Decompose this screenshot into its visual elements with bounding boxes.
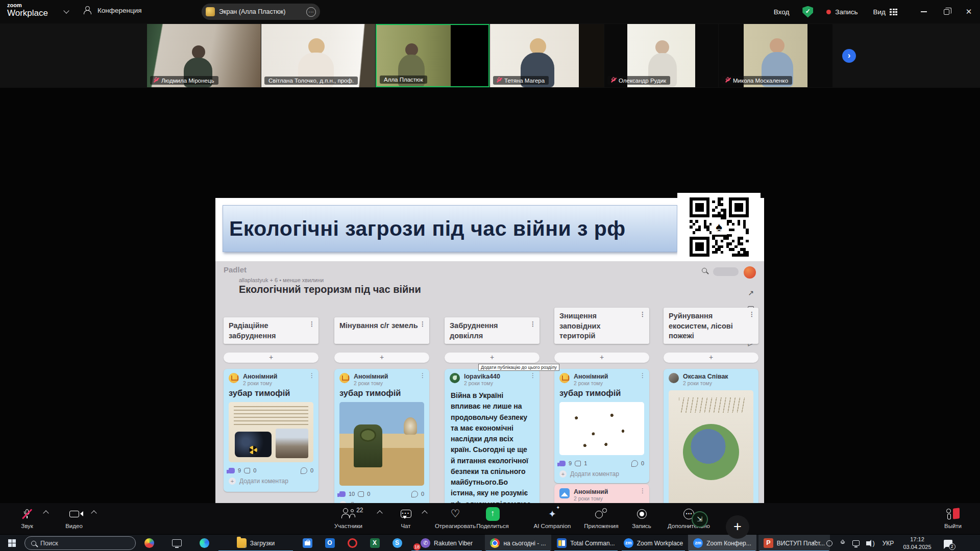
anonymous-avatar-icon xyxy=(229,373,239,383)
taskbar-window-zoom-meeting[interactable]: zm Zoom Конфер... xyxy=(688,535,756,551)
add-post-button: + xyxy=(224,353,318,363)
participant-name: Людмила Міронець xyxy=(161,78,214,84)
news-window-label: на сьогодні - ... xyxy=(503,540,546,547)
tab-meeting[interactable]: Конференция xyxy=(83,6,142,14)
taskbar-app-opera[interactable] xyxy=(342,535,362,551)
share-screen-button[interactable]: Поделиться xyxy=(467,507,518,529)
participant-name-badge: Тетяна Магера xyxy=(493,76,549,85)
comment-count: 0 xyxy=(641,460,644,466)
muted-mic-icon xyxy=(24,509,30,519)
taskbar-search[interactable]: Поиск xyxy=(24,536,136,550)
taskbar-app-skype[interactable]: S xyxy=(387,535,407,551)
search-pill xyxy=(713,267,739,276)
language-indicator[interactable]: УКР xyxy=(879,535,897,551)
comment-icon xyxy=(301,467,307,474)
add-post-fab: + xyxy=(726,515,749,539)
column-menu-icon: ⋮ xyxy=(309,321,315,327)
column-title: Знищення заповідних територій xyxy=(559,312,601,340)
taskbar-window-downloads[interactable]: Загрузки xyxy=(217,535,294,551)
clock[interactable]: 17:12 03.04.2025 xyxy=(897,535,937,551)
participants-button[interactable]: 22 Участники xyxy=(324,507,373,529)
participant-tile[interactable]: Микола Москаленко xyxy=(719,24,832,87)
qr-code: ♠ xyxy=(690,197,749,257)
taskbar-app-photos[interactable] xyxy=(139,535,159,551)
dislike-count: 1 xyxy=(584,460,587,466)
taskbar-app-edge[interactable] xyxy=(194,535,214,551)
column-menu-icon: ⋮ xyxy=(749,311,755,317)
ai-companion-button[interactable]: ✦ AI Companion xyxy=(525,507,580,529)
tray-network-icon[interactable] xyxy=(849,535,863,551)
participants-icon: 22 xyxy=(342,508,355,519)
video-options-chevron-icon[interactable] xyxy=(91,510,96,516)
taskbar-app-outlook[interactable]: O xyxy=(320,535,340,551)
action-center-button[interactable]: 2 xyxy=(939,535,957,551)
more-options-icon[interactable]: ··· xyxy=(306,7,316,17)
tray-volume-icon[interactable] xyxy=(863,535,876,551)
add-post-button: + xyxy=(334,353,429,363)
muted-mic-icon xyxy=(611,77,616,84)
close-button[interactable]: ✕ xyxy=(958,0,980,23)
view-grid-icon[interactable] xyxy=(890,9,897,15)
taskbar-app-store[interactable] xyxy=(297,535,317,551)
add-comment-row: + Додати коментар xyxy=(554,468,649,482)
dislike-count: 0 xyxy=(253,467,256,473)
taskbar-window-browser-news[interactable]: на сьогодні - ... xyxy=(485,535,551,551)
tray-onedrive-icon[interactable] xyxy=(823,535,836,551)
logo-workplace-text: Workplace xyxy=(7,9,48,18)
more-label: Дополнительно xyxy=(659,523,718,529)
close-icon: ✕ xyxy=(966,7,972,16)
edge-browser-icon xyxy=(200,538,209,548)
security-shield-icon[interactable] xyxy=(802,6,813,18)
zoom-meeting-window: zoom Workplace Конференция Экран (Алла П… xyxy=(0,0,980,551)
tray-mic-icon[interactable] xyxy=(836,535,849,551)
more-button[interactable]: ⋯ Дополнительно xyxy=(659,507,718,529)
participant-tile-active-speaker[interactable]: Алла Пластюк xyxy=(376,24,489,87)
chevron-down-icon[interactable] xyxy=(63,8,69,13)
card-menu-icon: ⋮ xyxy=(309,372,315,379)
column-header: Радіаційне забруднення ⋮ xyxy=(224,317,318,344)
participant-tile[interactable]: Світлана Толочко, д.п.н., проф. xyxy=(261,24,375,87)
participants-count: 22 xyxy=(356,507,363,514)
minimize-button[interactable] xyxy=(913,0,935,23)
column-title: Забруднення довкілля xyxy=(450,321,498,340)
like-count: 9 xyxy=(238,467,241,473)
notification-badge: 2 xyxy=(949,543,955,550)
taskbar-window-viber[interactable]: ✆ 18 Rakuten Viber xyxy=(410,535,483,551)
minimize-icon xyxy=(921,11,927,12)
participant-tile[interactable]: Олександр Рудик xyxy=(604,24,718,87)
thumbs-down-icon xyxy=(575,461,581,466)
tray-expand-button[interactable] xyxy=(808,535,822,551)
taskbar-app-excel[interactable]: X xyxy=(364,535,385,551)
signin-button[interactable]: Вход xyxy=(774,8,790,16)
chat-button[interactable]: Чат xyxy=(390,507,421,529)
card-header: Анонімний 2 роки тому ⋮ xyxy=(554,369,649,386)
add-comment-icon: + xyxy=(229,478,236,485)
shared-screen-label: Экран (Алла Пластюк) xyxy=(219,8,302,15)
person-silhouette xyxy=(770,38,785,53)
participants-chevron-icon[interactable] xyxy=(377,510,382,516)
taskbar-app-taskview[interactable] xyxy=(166,535,187,551)
participant-tile[interactable]: Тетяна Магера xyxy=(490,24,604,87)
record-button[interactable]: Запись xyxy=(624,507,659,529)
start-button[interactable] xyxy=(0,535,23,551)
card-footer: 10 0 0 xyxy=(334,489,429,499)
apps-button[interactable]: Приложения xyxy=(576,507,627,529)
participant-tile[interactable]: Людмила Міронець xyxy=(147,24,261,87)
card-time: 2 роки тому xyxy=(464,380,534,386)
taskbar-window-totalcmd[interactable]: Total Comman... xyxy=(553,535,619,551)
shared-screen-pill[interactable]: Экран (Алла Пластюк) ··· xyxy=(202,4,320,20)
video-button[interactable]: Видео xyxy=(56,507,92,529)
comment-icon xyxy=(411,491,418,497)
chevron-up-icon xyxy=(812,540,818,546)
restore-button[interactable] xyxy=(935,0,958,23)
view-button-label[interactable]: Вид xyxy=(873,8,886,16)
audio-button[interactable]: Звук xyxy=(9,507,45,529)
zoom-meeting-label: Zoom Конфер... xyxy=(706,540,751,547)
leave-button[interactable]: Выйти xyxy=(935,507,971,529)
participant-name-badge: Алла Пластюк xyxy=(380,76,427,84)
taskbar-window-zoom-app[interactable]: zm Zoom Workplace xyxy=(621,535,686,551)
card-author: lopavika440 xyxy=(464,373,534,380)
column-header: Руйнування екосистем, лісові пожежі ⋮ xyxy=(664,308,758,344)
next-participants-button[interactable]: › xyxy=(842,49,856,63)
share-label: Поделиться xyxy=(467,523,518,529)
